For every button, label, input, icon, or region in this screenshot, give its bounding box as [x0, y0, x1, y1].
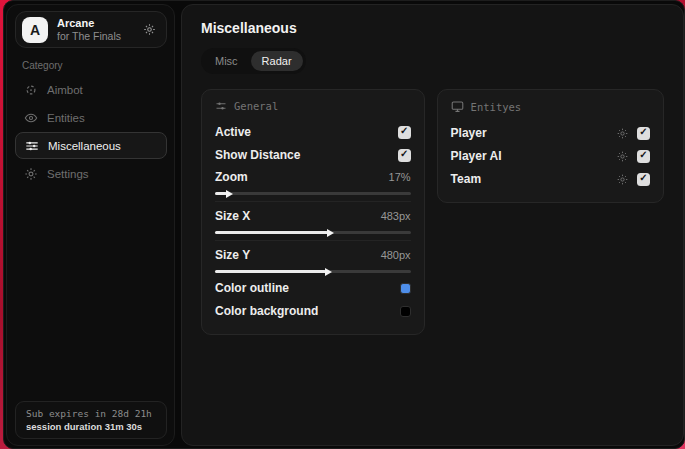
- sliders-icon: [25, 139, 39, 153]
- sidebar-item-miscellaneous[interactable]: Miscellaneous: [15, 132, 167, 159]
- brand-subtitle: for The Finals: [57, 30, 134, 43]
- divider: [215, 201, 411, 202]
- toggle-row-active: Active: [215, 121, 411, 143]
- tab-misc[interactable]: Misc: [204, 51, 249, 71]
- sidebar-item-label: Miscellaneous: [48, 140, 121, 152]
- slider-value: 480px: [381, 249, 411, 261]
- main-panel: Miscellaneous Misc Radar General: [181, 4, 684, 446]
- category-label: Category: [22, 60, 63, 71]
- sub-expiry-text: Sub expires in 28d 21h: [26, 408, 156, 419]
- general-panel-header: General: [215, 100, 411, 112]
- divider: [215, 240, 411, 241]
- toggle-label: Show Distance: [215, 148, 300, 162]
- entities-panel-header: Entityes: [451, 100, 650, 113]
- slider-thumb[interactable]: [325, 268, 332, 276]
- panel-title: General: [234, 100, 278, 112]
- entity-label: Team: [451, 172, 481, 186]
- slider-thumb[interactable]: [226, 190, 233, 198]
- slider-thumb[interactable]: [327, 229, 334, 237]
- sidebar-item-label: Aimbot: [47, 84, 83, 96]
- show-distance-checkbox[interactable]: [398, 149, 411, 162]
- brand-card: A Arcane for The Finals: [15, 11, 167, 48]
- subscription-card: Sub expires in 28d 21h session duration …: [15, 401, 167, 439]
- size-x-slider-group: Size X 483px: [215, 207, 411, 234]
- gear-icon[interactable]: [616, 127, 629, 140]
- brand-title: Arcane: [57, 17, 134, 30]
- sliders-icon: [215, 100, 227, 112]
- color-background-swatch[interactable]: [400, 306, 411, 317]
- crosshair-icon: [24, 83, 38, 97]
- team-checkbox[interactable]: [637, 173, 650, 186]
- general-panel: General Active Show Distance Zoom 17%: [201, 89, 425, 335]
- session-duration-text: session duration 31m 30s: [26, 421, 156, 432]
- toggle-row-show-distance: Show Distance: [215, 144, 411, 166]
- app-logo: A: [22, 17, 48, 43]
- entity-label: Player: [451, 126, 487, 140]
- slider-value: 17%: [389, 171, 411, 183]
- entity-row-team: Team: [451, 168, 650, 190]
- entity-row-player-ai: Player AI: [451, 145, 650, 167]
- color-outline-swatch[interactable]: [400, 283, 411, 294]
- gear-icon[interactable]: [143, 23, 156, 36]
- brand-text: Arcane for The Finals: [57, 17, 134, 43]
- panels-row: General Active Show Distance Zoom 17%: [201, 89, 664, 335]
- color-label: Color outline: [215, 281, 289, 295]
- zoom-slider[interactable]: [215, 192, 411, 195]
- panel-title: Entityes: [471, 101, 522, 113]
- sidebar-item-entities[interactable]: Entities: [15, 104, 167, 131]
- page-title: Miscellaneous: [201, 20, 664, 36]
- player-ai-checkbox[interactable]: [637, 150, 650, 163]
- active-checkbox[interactable]: [398, 126, 411, 139]
- gear-icon[interactable]: [616, 150, 629, 163]
- app-window: A Arcane for The Finals Category: [3, 0, 685, 449]
- sidebar-item-label: Entities: [47, 112, 85, 124]
- zoom-slider-group: Zoom 17%: [215, 168, 411, 195]
- monitor-icon: [451, 100, 464, 113]
- entity-row-player: Player: [451, 122, 650, 144]
- tab-radar[interactable]: Radar: [251, 51, 303, 71]
- toggle-label: Active: [215, 125, 251, 139]
- sidebar-item-settings[interactable]: Settings: [15, 160, 167, 187]
- color-label: Color background: [215, 304, 318, 318]
- entity-label: Player AI: [451, 149, 502, 163]
- player-checkbox[interactable]: [637, 127, 650, 140]
- sidebar-item-aimbot[interactable]: Aimbot: [15, 76, 167, 103]
- gear-icon[interactable]: [616, 173, 629, 186]
- gear-icon: [24, 167, 38, 181]
- tab-bar: Misc Radar: [201, 48, 306, 74]
- size-x-slider[interactable]: [215, 231, 411, 234]
- slider-label: Zoom: [215, 170, 248, 184]
- size-y-slider-group: Size Y 480px: [215, 246, 411, 273]
- entities-panel: Entityes Player Pl: [437, 89, 664, 203]
- slider-value: 483px: [381, 210, 411, 222]
- color-row-background: Color background: [215, 300, 411, 322]
- color-row-outline: Color outline: [215, 277, 411, 299]
- sidebar: A Arcane for The Finals Category: [6, 4, 175, 446]
- slider-label: Size X: [215, 209, 250, 223]
- sidebar-item-label: Settings: [47, 168, 89, 180]
- size-y-slider[interactable]: [215, 270, 411, 273]
- eye-icon: [24, 111, 38, 125]
- slider-label: Size Y: [215, 248, 250, 262]
- sidebar-nav: Aimbot Entities: [15, 76, 167, 187]
